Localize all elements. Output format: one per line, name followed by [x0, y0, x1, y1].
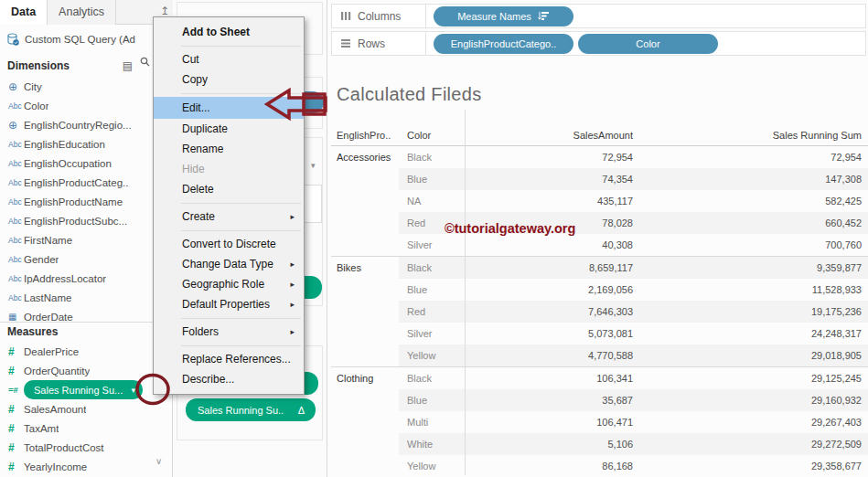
running-sum-cell: 700,760 — [633, 239, 868, 250]
table-row[interactable]: Red7,646,30319,175,236 — [331, 301, 868, 323]
hash-icon: # — [0, 345, 24, 358]
menu-item-rename[interactable]: Rename — [154, 139, 304, 159]
field-item-ipaddresslocator[interactable]: AbcIpAddressLocator — [0, 269, 172, 288]
field-item-firstname[interactable]: AbcFirstName — [0, 230, 172, 249]
field-item-englishoccupation[interactable]: AbcEnglishOccupation — [0, 154, 172, 173]
field-item-color[interactable]: AbcColor — [0, 96, 172, 115]
menu-item-cut[interactable]: Cut — [154, 49, 304, 69]
field-item-englishproductsubc[interactable]: AbcEnglishProductSubc... — [0, 211, 172, 230]
color-cell: Yellow — [399, 350, 463, 361]
table-group-accessories: AccessoriesBlack72,95472,954Blue74,35414… — [331, 146, 868, 257]
field-label: LastName — [24, 292, 71, 303]
field-item-taxamt[interactable]: #TaxAmt — [0, 419, 172, 438]
field-item-yearlyincome[interactable]: #YearlyIncome — [0, 457, 172, 476]
search-icon[interactable] — [140, 57, 150, 67]
running-sum-cell: 29,125,245 — [633, 373, 868, 384]
header-color: Color — [399, 130, 463, 141]
database-icon — [6, 33, 19, 46]
menu-item-add-to-sheet[interactable]: Add to Sheet — [154, 22, 304, 42]
menu-item-duplicate[interactable]: Duplicate — [154, 119, 304, 139]
field-item-orderdate[interactable]: ▦OrderDate — [0, 307, 172, 322]
table-row[interactable]: BikesBlack8,659,1179,359,877 — [331, 257, 868, 279]
submenu-arrow-icon: ▸ — [290, 322, 295, 342]
datasource-item[interactable]: Custom SQL Query (Ad — [0, 28, 172, 50]
tab-data[interactable]: Data — [0, 0, 48, 25]
menu-item-convert-to-discrete[interactable]: Convert to Discrete — [154, 234, 304, 254]
field-item-dealerprice[interactable]: #DealerPrice — [0, 342, 172, 361]
columns-shelf: Columns Measure Names — [331, 4, 866, 28]
row-cells: Black72,95472,954 — [399, 146, 868, 168]
table-row[interactable]: Multi106,47129,267,403 — [331, 411, 868, 433]
sales-amount-cell: 35,687 — [463, 395, 633, 406]
selected-measure-pill[interactable]: Sales Running Su...▾ — [24, 380, 143, 399]
field-label: OrderQuantity — [24, 366, 90, 376]
crosstab-table: EnglishPro..ColorSalesAmountSales Runnin… — [331, 124, 868, 477]
table-row[interactable]: Blue74,354147,308 — [331, 168, 868, 190]
field-item-lastname[interactable]: AbcLastName — [0, 288, 172, 307]
table-row[interactable]: Yellow4,770,58829,018,905 — [331, 344, 868, 366]
menu-item-folders[interactable]: Folders▸ — [154, 322, 304, 342]
table-column-divider — [465, 110, 466, 475]
view-data-grid-icon[interactable]: ▤ — [123, 57, 133, 75]
sales-amount-cell: 7,646,303 — [463, 306, 633, 317]
menu-item-change-data-type[interactable]: Change Data Type▸ — [154, 254, 304, 274]
sort-icon — [538, 11, 550, 21]
row-cells: Blue74,354147,308 — [399, 168, 868, 190]
field-item-englishproductname[interactable]: AbcEnglishProductName — [0, 192, 172, 211]
field-item-city[interactable]: ⊕City — [0, 77, 172, 96]
category-cell: Clothing — [331, 373, 399, 384]
pill-englishproductcatego[interactable]: EnglishProductCatego.. — [434, 34, 573, 54]
running-sum-cell: 29,272,509 — [633, 439, 868, 450]
pill-label: EnglishProductCatego.. — [451, 38, 557, 49]
table-row[interactable]: Blue35,68729,160,932 — [331, 389, 868, 411]
table-row[interactable]: Silver40,308700,760 — [331, 234, 868, 256]
menu-item-geographic-role[interactable]: Geographic Role▸ — [154, 274, 304, 294]
menu-item-delete[interactable]: Delete — [154, 179, 304, 199]
measure-values-pill[interactable]: Sales Running Su.. Δ — [186, 398, 316, 421]
field-label: EnglishProductName — [24, 196, 123, 207]
table-row[interactable]: White5,10629,272,509 — [331, 433, 868, 455]
sales-amount-cell: 5,106 — [463, 439, 633, 450]
field-item-gender[interactable]: AbcGender — [0, 249, 172, 269]
sales-amount-cell: 74,354 — [463, 174, 633, 185]
field-label: TotalProductCost — [24, 442, 104, 453]
row-cells: Red7,646,30319,175,236 — [399, 301, 868, 323]
menu-item-replace-references[interactable]: Replace References... — [154, 349, 304, 369]
field-item-totalproductcost[interactable]: #TotalProductCost — [0, 438, 172, 457]
abc-icon: Abc — [0, 159, 24, 168]
tab-analytics[interactable]: Analytics — [48, 0, 116, 25]
color-cell: Blue — [399, 174, 463, 185]
pin-icon[interactable]: ↥ — [160, 5, 169, 17]
pill-measure-names[interactable]: Measure Names — [434, 6, 573, 26]
field-item-englishcountryregio[interactable]: ⊕EnglishCountryRegio... — [0, 115, 172, 134]
field-item-englishproductcateg[interactable]: AbcEnglishProductCateg.. — [0, 173, 172, 192]
marks-dropdown-caret-icon[interactable]: ▾ — [311, 161, 316, 170]
table-row[interactable]: Yellow86,16829,358,677 — [331, 455, 868, 477]
header-category: EnglishPro.. — [331, 130, 399, 141]
table-row[interactable]: ClothingBlack106,34129,125,245 — [331, 367, 868, 389]
field-label: DealerPrice — [24, 346, 79, 357]
table-row[interactable]: Red78,028660,452 — [331, 212, 868, 234]
field-item-englisheducation[interactable]: AbcEnglishEducation — [0, 134, 172, 154]
row-cells: Blue2,169,05611,528,933 — [399, 279, 868, 301]
menu-item-create[interactable]: Create▸ — [154, 207, 304, 227]
menu-item-default-properties[interactable]: Default Properties▸ — [154, 294, 304, 314]
table-row[interactable]: NA435,117582,425 — [331, 190, 868, 212]
scroll-down-icon[interactable]: ∨ — [155, 456, 162, 466]
menu-item-hide: Hide — [154, 159, 304, 179]
abc-icon: Abc — [0, 293, 24, 302]
pill-color[interactable]: Color — [578, 34, 718, 54]
menu-separator — [181, 203, 301, 204]
abc-icon: Abc — [0, 255, 24, 264]
sales-amount-cell: 86,168 — [463, 461, 633, 472]
submenu-arrow-icon: ▸ — [290, 274, 295, 294]
table-row[interactable]: Silver5,073,08124,248,317 — [331, 323, 868, 344]
running-sum-cell: 11,528,933 — [633, 284, 868, 295]
table-row[interactable]: Blue2,169,05611,528,933 — [331, 279, 868, 301]
row-cells: Multi106,47129,267,403 — [399, 411, 868, 433]
color-cell: Silver — [399, 239, 463, 250]
menu-item-describe[interactable]: Describe... — [154, 369, 304, 389]
running-sum-cell: 72,954 — [633, 152, 868, 163]
sales-amount-cell: 40,308 — [463, 239, 633, 250]
table-row[interactable]: AccessoriesBlack72,95472,954 — [331, 146, 868, 168]
